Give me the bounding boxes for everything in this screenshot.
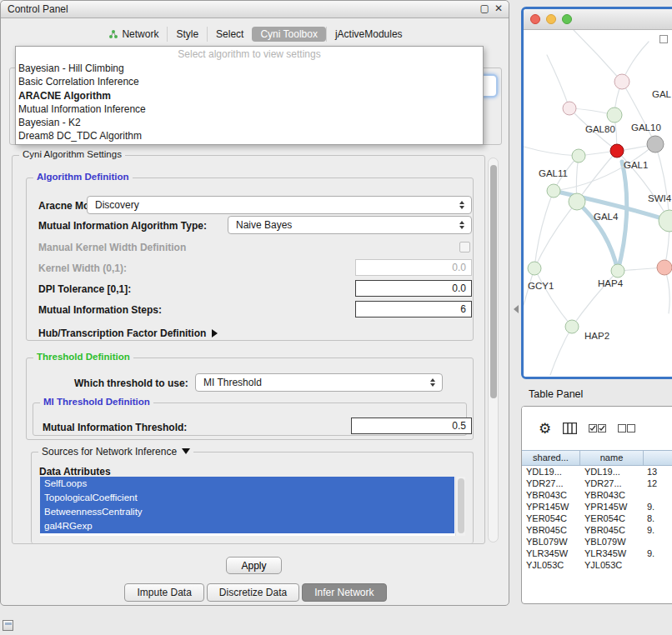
hub-definition-toggle[interactable]: Hub/Transcription Factor Definition [38,328,218,339]
algorithm-option[interactable]: Basic Correlation Inference [16,75,483,88]
table-row[interactable]: YBR045CYBR045C9. [522,524,672,536]
attribute-item[interactable]: gal4RGexp [40,519,454,533]
network-node[interactable] [563,102,576,115]
tab-network-label: Network [122,28,158,40]
control-panel-titlebar[interactable]: Control Panel ▢ ✕ [1,1,509,18]
algorithm-option-selected[interactable]: ARACNE Algorithm [16,89,483,102]
table-cell [644,559,672,571]
tab-cyni-toolbox[interactable]: Cyni Toolbox [252,27,325,42]
network-node[interactable] [647,136,664,152]
zoom-traffic-light[interactable] [562,14,572,24]
table-row[interactable]: YLR345WYLR345W9. [522,548,672,559]
dock-panel-icon[interactable] [3,620,13,631]
network-edge[interactable] [534,202,577,268]
attributes-scrollbar[interactable] [455,477,465,536]
column-header-name[interactable]: name [580,451,644,465]
tab-select[interactable]: Select [207,27,252,42]
table-row[interactable]: YBL079WYBL079W [522,536,672,548]
network-graph[interactable]: GALGAL80GAL10GAL11GAL1SWI4GAL4GCY1HAP4HA… [524,30,672,378]
mi-type-combobox[interactable]: Naive Bayes [228,216,472,234]
close-window-icon[interactable]: ✕ [494,2,503,14]
table-row[interactable]: YER054CYER054C8. [522,512,672,524]
attribute-item[interactable]: BetweennessCentrality [40,505,454,519]
network-window-titlebar[interactable] [524,9,672,30]
network-canvas[interactable]: GALGAL80GAL10GAL11GAL1SWI4GAL4GCY1HAP4HA… [524,30,672,378]
table-cell: YLR345W [580,548,644,559]
manual-kernel-label: Manual Kernel Width Definition [38,242,186,253]
tab-infer-network[interactable]: Infer Network [302,583,386,602]
dpi-tolerance-field[interactable]: 0.0 [355,280,472,297]
network-edge[interactable] [524,147,579,156]
float-window-icon[interactable]: ▢ [480,2,489,14]
network-edge[interactable] [547,55,569,108]
data-attributes-list[interactable]: SelfLoopsTopologicalCoefficientBetweenne… [40,477,465,536]
which-threshold-value: MI Threshold [196,377,426,388]
unchecked-columns-icon[interactable] [618,424,635,432]
kernel-width-field[interactable]: 0.0 [355,259,472,276]
aracne-mode-combobox[interactable]: Discovery [87,196,472,214]
splitter-collapse-icon[interactable] [509,305,519,313]
combo-arrows-icon [455,201,469,209]
algorithm-option[interactable]: Dream8 DC_TDC Algorithm [16,129,483,142]
manual-kernel-checkbox[interactable] [459,242,470,252]
settings-scrollbar-thumb[interactable] [490,165,497,398]
mi-threshold-field[interactable]: 0.5 [351,418,472,434]
attribute-item[interactable]: TopologicalCoefficient [40,491,454,505]
checked-columns-icon[interactable] [589,424,606,432]
network-node[interactable] [572,149,585,162]
tab-impute-data[interactable]: Impute Data [124,583,203,602]
sources-toggle[interactable]: Sources for Network Inference [38,446,193,458]
network-node[interactable] [607,108,622,122]
node-label: HAP2 [584,331,609,341]
column-header-partial[interactable] [644,451,672,465]
table-row[interactable]: YJL053CYJL053C [522,559,672,571]
column-header-shared-name[interactable]: shared... [522,451,580,465]
network-edge[interactable] [550,327,572,375]
table-panel-title: Table Panel [529,388,583,400]
attribute-item[interactable]: SelfLoops [40,477,454,491]
algorithm-option[interactable]: Bayesian - Hill Climbing [16,62,483,75]
network-edge[interactable] [534,268,572,327]
table-cell: 12 [644,478,672,489]
tab-style[interactable]: Style [167,27,207,42]
gear-icon[interactable]: ⚙ [539,422,551,436]
mi-type-label: Mutual Information Algorithm Type: [38,220,207,232]
sources-label: Sources for Network Inference [42,446,177,458]
table-row[interactable]: YDL19...YDL19...13 [522,466,672,478]
node-label: GAL80 [585,124,615,134]
network-node[interactable] [565,320,579,333]
network-edge[interactable] [534,191,554,268]
algorithm-option[interactable]: Bayesian - K2 [16,116,483,129]
minimize-traffic-light[interactable] [546,14,556,24]
node-label: GAL10 [631,122,661,132]
settings-scrollbar[interactable] [488,158,499,542]
table-row[interactable]: YPR145WYPR145W9. [522,501,672,512]
network-node[interactable] [528,262,541,275]
network-node[interactable] [657,260,672,275]
network-edge[interactable] [574,30,622,82]
network-node[interactable] [611,264,624,278]
network-edge[interactable] [622,82,655,144]
table-row[interactable]: YDR27...YDR27...12 [522,478,672,489]
network-node[interactable] [547,184,560,198]
cyni-settings-group-title: Cyni Algorithm Settings [19,149,125,159]
algorithm-option[interactable]: Mutual Information Inference [16,102,483,116]
expanded-arrow-icon [182,448,190,454]
tab-discretize-data[interactable]: Discretize Data [207,583,299,602]
network-node[interactable] [614,74,629,89]
close-traffic-light[interactable] [530,14,540,24]
show-columns-icon[interactable] [563,422,577,434]
apply-button[interactable]: Apply [226,557,282,574]
algorithm-dropdown-popup: Select algorithm to view settings Bayesi… [15,46,484,145]
network-node[interactable] [659,210,672,232]
kernel-width-label: Kernel Width (0,1): [38,262,127,274]
network-node[interactable] [569,193,585,210]
table-row[interactable]: YBR043CYBR043C [522,489,672,501]
mi-steps-field[interactable]: 6 [355,301,472,318]
which-threshold-combobox[interactable]: MI Threshold [195,373,443,392]
table-cell: 9. [644,524,672,536]
network-node[interactable] [610,144,624,158]
tab-jactivemodules[interactable]: jActiveModules [326,27,411,42]
network-edge[interactable] [618,162,627,271]
tab-network[interactable]: Network [100,27,167,42]
